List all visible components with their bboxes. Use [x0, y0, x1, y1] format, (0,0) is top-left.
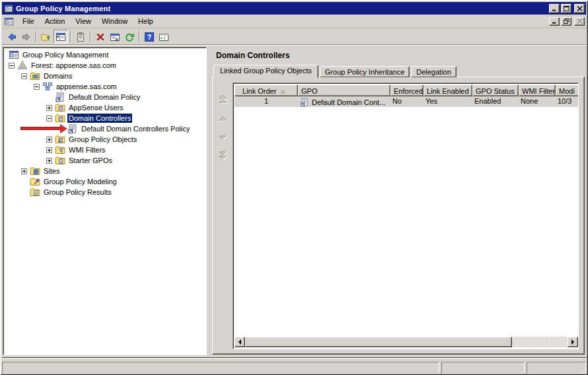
menu-window[interactable]: Window	[96, 16, 133, 26]
tree-item-forest-appsense-sas-com[interactable]: Forest: appsense.sas.com	[3, 60, 206, 71]
tree-item-domain-controllers[interactable]: Domain Controllers	[3, 113, 206, 123]
horizontal-scrollbar[interactable]	[235, 337, 578, 347]
menu-help[interactable]: Help	[133, 16, 159, 26]
tab-page: Link OrderGPOEnforcedLink EnabledGPO Sta…	[212, 77, 585, 355]
cell-link-order: 1	[235, 96, 298, 107]
table-row[interactable]: 1Default Domain Cont...NoYesEnabledNone1…	[235, 96, 578, 107]
tree-item-wmi-filters[interactable]: WMI Filters	[3, 145, 206, 155]
up-one-level-button[interactable]	[39, 30, 54, 44]
collapse-minus-icon	[21, 73, 27, 79]
expander-toggle[interactable]	[21, 168, 30, 174]
modeling-icon	[30, 176, 40, 187]
tree-item-group-policy-objects[interactable]: Group Policy Objects	[3, 134, 206, 145]
tree-item-label: appsense.sas.com	[55, 82, 118, 91]
menu-file[interactable]: File	[17, 16, 40, 26]
tree-item-group-policy-results[interactable]: Group Policy Results	[3, 187, 206, 197]
expander-toggle[interactable]	[46, 105, 55, 111]
close-button[interactable]	[574, 17, 585, 26]
expander-toggle[interactable]	[46, 137, 55, 143]
menu-action[interactable]: Action	[40, 16, 71, 26]
properties-button[interactable]	[108, 30, 122, 44]
expander-toggle[interactable]	[9, 63, 17, 69]
cell-gpo: Default Domain Cont...	[298, 96, 390, 107]
console-tree-pane: Group Policy ManagementForest: appsense.…	[3, 47, 207, 355]
minimize-button[interactable]	[549, 4, 560, 13]
status-bar	[2, 360, 586, 374]
tab-strip: Linked Group Policy ObjectsGroup Policy …	[213, 64, 458, 77]
maximize-button[interactable]	[561, 4, 571, 13]
tab-group-policy-inheritance[interactable]: Group Policy Inheritance	[320, 66, 410, 77]
close-icon	[577, 18, 583, 24]
cell-wmi-filter: None	[519, 96, 556, 107]
delete-button[interactable]	[93, 30, 108, 44]
cell-value: 1	[264, 97, 268, 105]
expander-toggle[interactable]	[46, 158, 55, 164]
column-header-label: Link Order	[242, 87, 276, 95]
clipboard-icon	[75, 32, 86, 42]
column-header-enforced[interactable]: Enforced	[390, 85, 423, 96]
tree-item-domains[interactable]: Domains	[3, 71, 206, 81]
expand-plus-icon	[46, 158, 52, 164]
tree-item-group-policy-management[interactable]: Group Policy Management	[3, 50, 206, 60]
gpo-link-icon	[67, 123, 78, 134]
scroll-right-button[interactable]	[568, 337, 578, 347]
forest-icon	[17, 60, 28, 71]
tree-item-label: Forest: appsense.sas.com	[30, 61, 118, 70]
forward-button[interactable]	[19, 30, 34, 44]
expander-toggle[interactable]	[21, 73, 30, 79]
move-top-button[interactable]	[216, 92, 229, 106]
cell-enforced: No	[390, 96, 423, 107]
tab-delegation[interactable]: Delegation	[411, 66, 457, 77]
refresh-button[interactable]	[122, 30, 137, 44]
tree-item-group-policy-modeling[interactable]: Group Policy Modeling	[3, 176, 206, 187]
back-button[interactable]	[5, 30, 19, 44]
column-header-link-order[interactable]: Link Order	[235, 85, 298, 96]
tree-item-label: Group Policy Modeling	[42, 177, 118, 186]
tab-linked-group-policy-objects[interactable]: Linked Group Policy Objects	[213, 65, 318, 78]
toolbar: ?	[2, 29, 586, 45]
move-down-button[interactable]	[216, 131, 229, 144]
column-header-modi[interactable]: Modi	[556, 85, 578, 96]
move-bottom-button[interactable]	[216, 149, 229, 162]
column-header-link-enabled[interactable]: Link Enabled	[423, 85, 472, 96]
scrollbar-thumb[interactable]	[245, 337, 512, 347]
console-workspace: Group Policy ManagementForest: appsense.…	[2, 46, 586, 358]
move-up-icon	[218, 114, 227, 123]
maximize-icon	[564, 6, 570, 11]
refresh-icon	[124, 32, 135, 42]
move-up-button[interactable]	[216, 112, 229, 125]
cell-value: 10/3	[558, 97, 571, 105]
close-button[interactable]	[574, 4, 585, 13]
sites-folder-icon	[30, 166, 40, 176]
tree-item-appsense-users[interactable]: AppSense Users	[3, 102, 206, 113]
collapse-minus-icon	[34, 84, 40, 90]
tree-item-appsense-sas-com[interactable]: appsense.sas.com	[3, 81, 206, 92]
column-header-gpo[interactable]: GPO	[298, 85, 390, 96]
action-pane-button[interactable]	[157, 30, 171, 44]
console-tree-button[interactable]	[54, 30, 68, 44]
minimize-icon	[552, 18, 558, 24]
scroll-left-button[interactable]	[235, 337, 245, 347]
tree-item-label: Domains	[42, 71, 73, 81]
column-header-gpo-status[interactable]: GPO Status	[472, 85, 519, 96]
cell-modified: 10/3	[556, 96, 578, 107]
tree-item-default-domain-policy[interactable]: Default Domain Policy	[3, 92, 206, 102]
restore-button[interactable]	[561, 17, 571, 26]
expander-toggle[interactable]	[34, 84, 42, 90]
console-root-icon	[9, 50, 19, 60]
link-order-buttons	[213, 77, 233, 354]
status-panel	[441, 362, 525, 374]
tree-item-starter-gpos[interactable]: Starter GPOs	[3, 155, 206, 166]
minimize-button[interactable]	[549, 17, 560, 26]
help-button[interactable]: ?	[142, 30, 157, 44]
move-bottom-icon	[218, 151, 227, 160]
menu-view[interactable]: View	[70, 16, 96, 26]
tree-item-sites[interactable]: Sites	[3, 166, 206, 176]
sort-ascending-icon	[280, 89, 285, 94]
column-header-wmi-filter[interactable]: WMI Filter	[519, 85, 556, 96]
forward-icon	[21, 32, 32, 42]
expander-toggle[interactable]	[46, 116, 55, 121]
expander-toggle[interactable]	[46, 147, 55, 153]
clipboard-button[interactable]	[73, 30, 88, 44]
app-icon	[4, 4, 13, 13]
